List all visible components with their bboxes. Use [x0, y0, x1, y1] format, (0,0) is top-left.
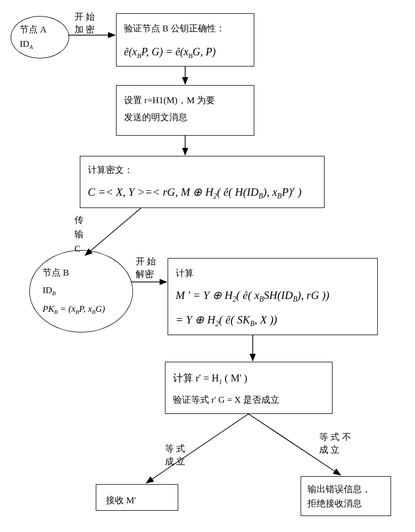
- set-r-line1: 设置 r=H1(M)，M 为要: [124, 92, 246, 109]
- verify-r-line1: 计算 r' = H1 ( M' ): [173, 369, 325, 388]
- node-a-ellipse: 节点 A IDA: [11, 16, 69, 59]
- compute-m-title: 计算: [176, 265, 370, 282]
- node-b-title: 节点 B: [43, 265, 132, 280]
- reject-rect: 输出错误信息， 拒绝接收消息: [301, 476, 391, 516]
- verify-pubkey-rect: 验证节点 B 公钥正确性： ê(xBP, G) = ê(xBG, P): [116, 13, 254, 66]
- node-b-pk: PKB = (xBP, xBG): [43, 302, 132, 317]
- set-r-rect: 设置 r=H1(M)，M 为要 发送的明文消息: [116, 85, 254, 136]
- compute-m-rect: 计算 M ' = Y ⊕ H2( ê( xBSH(IDB), rG )) = Y…: [168, 258, 378, 335]
- svg-line-7: [146, 414, 248, 483]
- label-transmit-c: 传 输 C: [74, 213, 84, 256]
- cipher-title: 计算密文：: [88, 162, 317, 179]
- set-r-line2: 发送的明文消息: [124, 109, 246, 126]
- verify-pubkey-title: 验证节点 B 公钥正确性：: [124, 20, 246, 37]
- node-a-id: IDA: [20, 37, 69, 52]
- reject-line1: 输出错误信息，: [308, 482, 384, 496]
- node-a-title: 节点 A: [20, 22, 69, 37]
- label-start-encrypt: 开 始 加 密: [74, 11, 95, 36]
- svg-line-4: [85, 208, 141, 255]
- verify-r-rect: 计算 r' = H1 ( M' ) 验证等式 r' G = X 是否成立: [165, 362, 333, 414]
- reject-line2: 拒绝接收消息: [308, 496, 384, 511]
- cipher-rect: 计算密文： C =< X, Y >=< rG, M ⊕ H2( ê( H(IDB…: [80, 156, 325, 208]
- label-eq-true: 等 式 成 立: [165, 443, 185, 468]
- verify-r-line2: 验证等式 r' G = X 是否成立: [173, 392, 325, 409]
- label-start-decrypt: 开 始 解密: [136, 255, 156, 281]
- accept-rect: 接收 M': [96, 484, 178, 511]
- verify-pubkey-formula: ê(xBP, G) = ê(xBG, P): [124, 41, 246, 63]
- node-b-ellipse: 节点 B IDB PKB = (xBP, xBG): [29, 250, 133, 332]
- label-eq-false: 等 式 不 成 立: [319, 431, 351, 456]
- node-b-id: IDB: [43, 283, 132, 298]
- flowchart-canvas: 节点 A IDA 验证节点 B 公钥正确性： ê(xBP, G) = ê(xBG…: [0, 0, 415, 532]
- accept-text: 接收 M': [106, 492, 168, 509]
- cipher-formula: C =< X, Y >=< rG, M ⊕ H2( ê( H(IDB), xBP…: [88, 182, 317, 203]
- compute-m-f2: = Y ⊕ H2( ê( SKB, X )): [176, 310, 370, 331]
- compute-m-f1: M ' = Y ⊕ H2( ê( xBSH(IDB), rG )): [176, 285, 370, 306]
